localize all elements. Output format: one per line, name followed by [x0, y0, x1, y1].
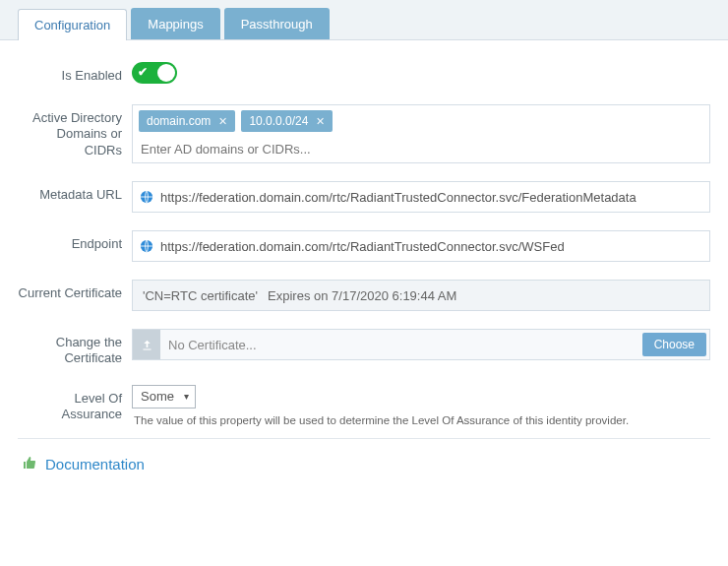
- documentation-link[interactable]: Documentation: [18, 455, 710, 487]
- label-endpoint: Endpoint: [18, 230, 132, 252]
- tab-bar: Configuration Mappings Passthrough: [0, 0, 728, 40]
- certificate-subject: 'CN=RTC certificate': [143, 288, 258, 303]
- remove-tag-icon[interactable]: ✕: [218, 115, 227, 128]
- choose-certificate-button[interactable]: Choose: [642, 333, 706, 356]
- divider: [18, 438, 710, 439]
- tab-passthrough[interactable]: Passthrough: [224, 8, 330, 39]
- tag-label: domain.com: [147, 114, 211, 128]
- domains-tagbox[interactable]: domain.com ✕ 10.0.0.0/24 ✕: [132, 104, 710, 163]
- loa-help-text: The value of this property will be used …: [132, 414, 710, 426]
- remove-tag-icon[interactable]: ✕: [316, 115, 325, 128]
- globe-icon: [133, 190, 160, 204]
- documentation-label: Documentation: [45, 456, 145, 472]
- endpoint-input[interactable]: [160, 231, 709, 261]
- label-is-enabled: Is Enabled: [18, 62, 132, 84]
- change-certificate-filebox: No Certificate... Choose: [132, 329, 710, 360]
- label-level-of-assurance: Level Of Assurance: [18, 385, 132, 423]
- tag-label: 10.0.0.0/24: [249, 114, 308, 128]
- label-current-certificate: Current Certificate: [18, 280, 132, 301]
- loa-selected-value: Some: [141, 389, 174, 404]
- metadata-url-input[interactable]: [160, 182, 709, 212]
- current-certificate-display: 'CN=RTC certificate' Expires on 7/17/202…: [132, 280, 710, 311]
- tab-configuration[interactable]: Configuration: [18, 9, 127, 40]
- domain-tag: domain.com ✕: [139, 110, 235, 132]
- label-change-certificate: Change the Certificate: [18, 329, 132, 367]
- domain-tag: 10.0.0.0/24 ✕: [241, 110, 333, 132]
- upload-icon: [133, 330, 160, 359]
- tab-mappings[interactable]: Mappings: [131, 8, 219, 39]
- label-domains: Active Directory Domains or CIDRs: [18, 104, 132, 158]
- loa-select[interactable]: Some ▾: [132, 385, 196, 409]
- is-enabled-toggle[interactable]: ✔: [132, 62, 177, 84]
- domains-input[interactable]: [139, 138, 703, 158]
- check-icon: ✔: [138, 65, 148, 79]
- configuration-panel: Is Enabled ✔ Active Directory Domains or…: [0, 40, 728, 499]
- globe-icon: [133, 239, 160, 253]
- certificate-placeholder: No Certificate...: [160, 330, 639, 359]
- label-metadata-url: Metadata URL: [18, 181, 132, 203]
- certificate-expires: Expires on 7/17/2020 6:19:44 AM: [268, 288, 456, 303]
- thumbs-up-icon: [22, 455, 37, 473]
- chevron-down-icon: ▾: [184, 391, 189, 402]
- toggle-knob: [157, 64, 175, 82]
